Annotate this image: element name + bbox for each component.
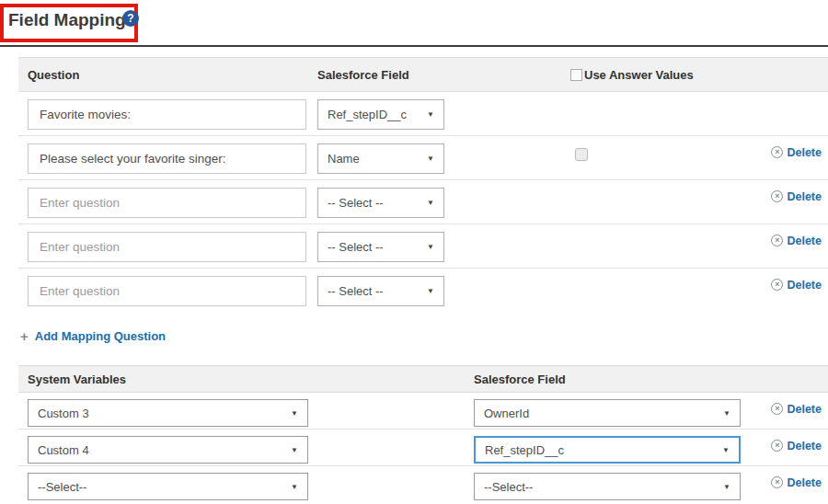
question-input[interactable]: [28, 188, 306, 218]
salesforce-field-select-focused[interactable]: Ref_stepID__c ▼: [474, 436, 741, 464]
salesforce-field-select[interactable]: -- Select -- ▼: [317, 188, 444, 218]
circle-x-icon: ×: [771, 235, 783, 246]
mapping-row-5: -- Select -- ▼ × Delete: [18, 269, 828, 313]
mapping-row-2: Name ▼ × Delete: [18, 136, 828, 180]
circle-x-icon: ×: [771, 476, 783, 488]
question-input[interactable]: [28, 143, 306, 174]
selected-variable-value: Custom 4: [38, 443, 89, 457]
column-header-salesforce-field: Salesforce Field: [317, 68, 570, 82]
salesforce-field-select[interactable]: OwnerId ▼: [474, 399, 741, 427]
circle-x-icon: ×: [771, 146, 783, 158]
system-row-1: Custom 3 ▼ OwnerId ▼ × Delete: [18, 393, 828, 430]
selected-field-value: Name: [328, 152, 360, 166]
delete-label: Delete: [787, 403, 822, 416]
page-title: Field Mapping: [8, 10, 126, 30]
salesforce-field-select[interactable]: -- Select -- ▼: [317, 276, 444, 306]
field-mapping-page: Field Mapping ? Question Salesforce Fiel…: [0, 0, 828, 504]
salesforce-field-select[interactable]: Ref_stepID__c ▼: [317, 99, 444, 130]
selected-variable-value: --Select--: [38, 480, 86, 494]
question-input[interactable]: [28, 276, 306, 306]
mapping-row-1: Ref_stepID__c ▼: [18, 92, 828, 136]
selected-field-value: --Select--: [484, 480, 533, 494]
delete-button[interactable]: × Delete: [771, 235, 822, 247]
delete-button[interactable]: × Delete: [771, 146, 822, 159]
chevron-down-icon: ▼: [291, 409, 298, 418]
mapping-row-3: -- Select -- ▼ × Delete: [18, 180, 828, 224]
delete-label: Delete: [787, 279, 822, 292]
chevron-down-icon: ▼: [427, 287, 434, 295]
chevron-down-icon: ▼: [427, 110, 434, 119]
delete-button[interactable]: × Delete: [771, 440, 822, 452]
delete-label: Delete: [787, 476, 822, 489]
delete-button[interactable]: × Delete: [771, 403, 822, 416]
question-input[interactable]: [28, 232, 306, 262]
salesforce-field-select[interactable]: --Select-- ▼: [474, 473, 741, 500]
chevron-down-icon: ▼: [427, 155, 434, 163]
delete-label: Delete: [787, 146, 822, 159]
circle-x-icon: ×: [771, 403, 783, 415]
delete-button[interactable]: × Delete: [771, 190, 822, 203]
chevron-down-icon: ▼: [723, 409, 730, 418]
selected-field-value: Ref_stepID__c: [328, 108, 407, 121]
delete-label: Delete: [787, 190, 822, 203]
use-answer-values-row-checkbox[interactable]: [575, 148, 588, 161]
delete-button[interactable]: × Delete: [771, 279, 822, 292]
circle-x-icon: ×: [771, 279, 783, 291]
system-table-header: System Variables Salesforce Field: [18, 365, 828, 393]
circle-x-icon: ×: [771, 440, 783, 452]
mapping-row-4: -- Select -- ▼ × Delete: [18, 224, 828, 269]
use-answer-values-header: Use Answer Values: [570, 68, 741, 82]
column-header-salesforce-field: Salesforce Field: [474, 372, 741, 386]
delete-label: Delete: [787, 440, 822, 452]
selected-field-value: -- Select --: [328, 284, 384, 298]
chevron-down-icon: ▼: [723, 483, 730, 491]
column-header-question: Question: [18, 68, 317, 82]
selected-field-value: OwnerId: [484, 407, 529, 420]
selected-field-value: -- Select --: [328, 240, 384, 254]
system-variable-select[interactable]: --Select-- ▼: [28, 473, 308, 500]
selected-field-value: -- Select --: [328, 196, 384, 210]
system-row-3: --Select-- ▼ --Select-- ▼ × Delete: [18, 466, 828, 503]
question-input[interactable]: [28, 99, 306, 130]
delete-button[interactable]: × Delete: [771, 476, 822, 489]
circle-x-icon: ×: [771, 190, 783, 202]
plus-icon: +: [20, 329, 29, 343]
chevron-down-icon: ▼: [291, 446, 298, 454]
add-mapping-question-label: Add Mapping Question: [35, 329, 166, 343]
title-divider: [0, 45, 828, 47]
help-icon[interactable]: ?: [122, 10, 139, 27]
chevron-down-icon: ▼: [722, 446, 730, 454]
delete-label: Delete: [787, 235, 822, 247]
salesforce-field-select[interactable]: Name ▼: [317, 143, 444, 174]
question-mapping-table: Question Salesforce Field Use Answer Val…: [18, 57, 828, 313]
system-variable-select[interactable]: Custom 3 ▼: [28, 399, 308, 427]
add-mapping-question-button[interactable]: + Add Mapping Question: [20, 329, 166, 343]
use-answer-values-checkbox[interactable]: [570, 69, 582, 81]
chevron-down-icon: ▼: [427, 243, 434, 251]
system-variable-select[interactable]: Custom 4 ▼: [28, 436, 308, 464]
salesforce-field-select[interactable]: -- Select -- ▼: [317, 232, 444, 262]
chevron-down-icon: ▼: [427, 199, 434, 207]
annotation-highlight-box: Field Mapping: [0, 4, 138, 42]
system-row-2: Custom 4 ▼ Ref_stepID__c ▼ × Delete: [18, 430, 828, 466]
use-answer-values-label: Use Answer Values: [584, 68, 694, 82]
selected-field-value: Ref_stepID__c: [485, 443, 564, 457]
selected-variable-value: Custom 3: [38, 407, 89, 420]
question-table-header: Question Salesforce Field Use Answer Val…: [18, 57, 828, 92]
system-variables-table: System Variables Salesforce Field Custom…: [18, 365, 828, 503]
chevron-down-icon: ▼: [291, 483, 298, 491]
column-header-system-variables: System Variables: [18, 372, 474, 386]
